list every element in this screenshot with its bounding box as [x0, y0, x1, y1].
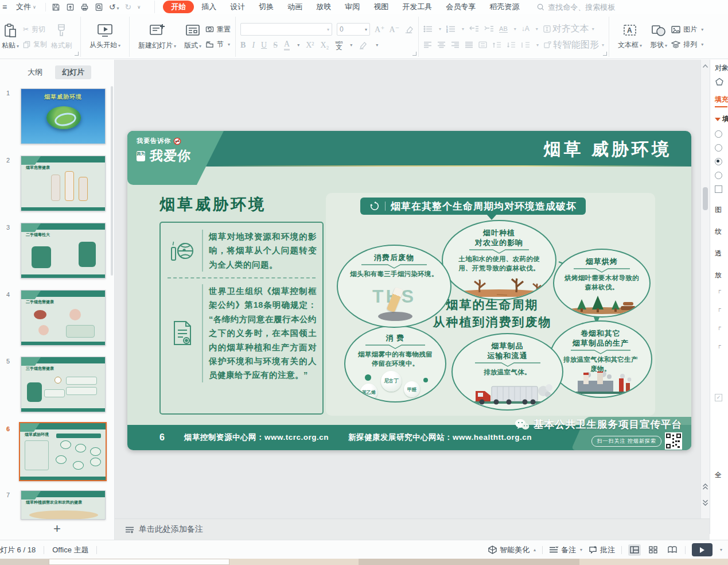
tab-design[interactable]: 设计: [224, 1, 251, 13]
fill-section-header[interactable]: 填: [715, 114, 728, 124]
cut-button[interactable]: ✂剪切: [23, 25, 47, 34]
export-icon[interactable]: [66, 3, 75, 11]
play-from-start-button[interactable]: 从头开始▾: [85, 24, 124, 50]
text-box-button[interactable]: A 文本框▾: [614, 24, 646, 50]
slide-thumbnail-1[interactable]: 烟草威胁环境: [21, 88, 106, 144]
lifecycle-diagram[interactable]: 烟草在其整个生命周期均对环境造成破坏 烟叶种植: [326, 193, 655, 416]
slide-thumbnail-5[interactable]: 三手烟危害健康: [21, 357, 106, 412]
fill-option-radio-4[interactable]: [715, 172, 722, 179]
clear-format-icon[interactable]: [404, 25, 414, 34]
slide-sorter-view-button[interactable]: [647, 544, 660, 556]
section-button[interactable]: 节▾: [205, 40, 231, 49]
font-color-button[interactable]: A: [284, 40, 290, 51]
align-left-icon[interactable]: [423, 41, 432, 48]
slide-thumbnail-3[interactable]: 二手烟毒性大: [21, 223, 106, 278]
slide-title[interactable]: 烟草 威胁环境: [544, 138, 672, 161]
strikethrough-button[interactable]: S: [273, 41, 278, 50]
option-row[interactable]: 「: [715, 307, 728, 317]
node-consumption[interactable]: 消 费 烟草烟雾中的有毒物残留停留在环境中。 尼古丁 甲醛 苯乙烯: [344, 325, 446, 403]
print-icon[interactable]: [80, 3, 89, 11]
comments-button[interactable]: 批注: [589, 545, 615, 555]
tab-outline[interactable]: 大纲: [21, 65, 49, 79]
slides-panel-scrollbar[interactable]: [111, 86, 113, 276]
next-slide-button[interactable]: [701, 496, 710, 509]
node-transport-distribution[interactable]: 烟草制品 运输和流通 排放温室气体。: [451, 333, 563, 411]
slideshow-play-button[interactable]: [692, 543, 713, 556]
layout-button[interactable]: 版式▾: [180, 23, 205, 51]
tab-slideshow[interactable]: 放映: [310, 1, 337, 13]
paragraph-dialog-launcher[interactable]: [603, 52, 607, 56]
tab-insert[interactable]: 插入: [195, 1, 223, 13]
slide-thumbnail-7[interactable]: 烟草种植损害农业和农民的健康: [21, 490, 106, 520]
line-spacing-down-icon[interactable]: [507, 41, 516, 49]
section-heading[interactable]: 烟草威胁环境: [159, 194, 266, 215]
arrange-button[interactable]: 排列▾: [671, 40, 703, 49]
char-spacing-button[interactable]: AB: [499, 25, 508, 33]
bullet-list-icon[interactable]: [423, 25, 433, 33]
text-direction-button[interactable]: ↓A: [521, 25, 530, 33]
slide-thumbnail-6-selected[interactable]: 烟草威胁环境: [19, 422, 107, 481]
theme-name[interactable]: Office 主题: [52, 545, 88, 555]
shapes-button[interactable]: 形状▾: [646, 24, 671, 50]
to-smart-graphic-button[interactable]: 转智能图形▾: [544, 39, 604, 51]
font-name-combo[interactable]: ▾: [240, 23, 332, 36]
add-slide-button[interactable]: +: [0, 521, 114, 536]
panel-checkbox[interactable]: ✓: [715, 394, 722, 401]
justify-icon[interactable]: [465, 41, 473, 48]
increase-indent-icon[interactable]: [484, 25, 494, 33]
notes-bar[interactable]: 单击此处添加备注: [115, 518, 710, 540]
node-tobacco-curing[interactable]: 烟草烘烤 烘烤烟叶需要木材导致的森林砍伐。: [553, 249, 651, 318]
distribute-icon[interactable]: [478, 41, 487, 48]
picture-button[interactable]: 图片▾: [671, 25, 703, 34]
font-size-combo[interactable]: 0▾: [337, 23, 370, 36]
phonetic-guide-button[interactable]: wén文: [335, 40, 342, 51]
tab-home[interactable]: 开始: [163, 1, 194, 13]
subscript-button[interactable]: X₂: [320, 41, 329, 50]
decrease-indent-icon[interactable]: [469, 25, 479, 33]
redo-icon[interactable]: ↻: [125, 3, 132, 11]
increase-font-button[interactable]: A⁺: [375, 25, 385, 34]
line-spacing-icon[interactable]: [521, 41, 530, 49]
reading-view-button[interactable]: [666, 544, 679, 556]
node-tobacco-planting[interactable]: 烟叶种植 对农业的影响 土地和水的使用、农药的使用、开荒导致的森林砍伐。: [442, 220, 556, 300]
copy-button[interactable]: 复制: [23, 40, 47, 49]
fill-option-radio-3-selected[interactable]: [715, 158, 722, 165]
scroll-up-button[interactable]: [701, 60, 710, 72]
fill-option-swatch[interactable]: [715, 185, 722, 193]
paste-button[interactable]: 粘贴▾: [0, 23, 23, 51]
normal-view-button[interactable]: [628, 544, 641, 556]
line-spacing-up-icon[interactable]: [492, 41, 501, 49]
tab-view[interactable]: 视图: [367, 1, 395, 13]
scrollbar-thumb[interactable]: [703, 187, 708, 210]
underline-button[interactable]: U: [261, 41, 267, 50]
reset-button[interactable]: 重置: [205, 25, 231, 34]
fill-option-radio-2[interactable]: [715, 144, 722, 152]
align-center-icon[interactable]: [437, 41, 446, 48]
bold-button[interactable]: B: [240, 41, 246, 50]
hamburger-menu-icon[interactable]: ≡: [2, 2, 11, 11]
italic-button[interactable]: I: [252, 41, 255, 50]
fill-tab[interactable]: 填充: [715, 95, 728, 105]
highlight-icon[interactable]: [359, 41, 368, 49]
undo-icon[interactable]: ↺▾: [109, 3, 119, 11]
option-row[interactable]: 「: [715, 344, 728, 354]
numbered-list-icon[interactable]: 123: [446, 25, 456, 33]
search-input[interactable]: [547, 2, 635, 12]
node-cigarette-production[interactable]: 卷烟和其它 烟草制品的生产 排放温室气体和其它生产废物。: [549, 320, 652, 398]
format-painter-button[interactable]: 格式刷: [47, 23, 76, 51]
save-icon[interactable]: [52, 3, 60, 11]
option-row[interactable]: 「: [715, 326, 728, 335]
tab-slides[interactable]: 幻灯片: [55, 65, 91, 79]
tab-membership[interactable]: 会员专享: [439, 1, 482, 13]
canvas-scrollbar[interactable]: [700, 60, 710, 518]
file-menu[interactable]: 文件∨: [14, 2, 38, 12]
font-dialog-launcher[interactable]: [412, 52, 416, 56]
option-row[interactable]: 「: [715, 289, 728, 299]
tab-animation[interactable]: 动画: [281, 1, 309, 13]
tab-transition[interactable]: 切换: [252, 1, 280, 13]
fill-option-radio-1[interactable]: [715, 130, 722, 138]
new-slide-button[interactable]: 新建幻灯片▾: [134, 23, 180, 51]
decrease-font-button[interactable]: A⁻: [390, 25, 400, 34]
play-options-caret[interactable]: ▾: [720, 547, 722, 552]
slide-6[interactable]: 我要告诉你 因为 我爱你 烟草 威胁环境 烟草威胁环境 烟草对地球资源和环境的影…: [127, 131, 691, 450]
